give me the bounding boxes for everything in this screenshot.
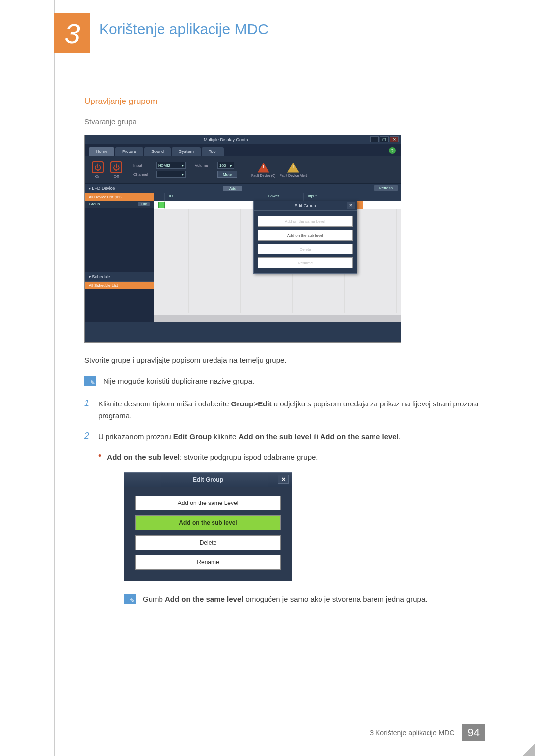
col-power: Power <box>264 193 304 201</box>
left-rule <box>54 0 55 756</box>
col-input: Input <box>304 193 348 201</box>
add-sub-level-button[interactable]: Add on the sub level <box>135 515 281 530</box>
step-text: U prikazanom prozoru Edit Group kliknite… <box>98 431 481 443</box>
note-icon <box>124 594 136 604</box>
edit-group-popup: Edit Group ✕ Add on the same Level Add o… <box>253 201 357 274</box>
note-text: Nije moguće koristiti duplicirane nazive… <box>103 375 254 387</box>
sidebar-all-schedule-list[interactable]: All Schedule List <box>85 282 154 289</box>
window-titlebar: Multiple Display Control — ▢ ✕ <box>85 135 401 144</box>
tab-home[interactable]: Home <box>89 147 114 156</box>
window-title: Multiple Display Control <box>204 137 251 142</box>
tab-sound[interactable]: Sound <box>144 147 171 156</box>
table-header: ID Power Input <box>154 193 401 201</box>
step-text: Kliknite desnom tipkom miša i odaberite … <box>98 398 481 422</box>
channel-select[interactable]: ▾ <box>156 171 186 178</box>
note-icon <box>84 376 96 386</box>
step-number: 1 <box>84 398 91 422</box>
subsection-heading: Stvaranje grupa <box>84 117 481 126</box>
delete-button[interactable]: Delete <box>135 535 281 550</box>
rename-button[interactable]: Rename <box>135 555 281 570</box>
tab-picture[interactable]: Picture <box>115 147 143 156</box>
sidebar-all-device-list[interactable]: All Device List (01) <box>85 193 154 201</box>
bullet-text: Add on the sub level: stvorite podgrupu … <box>107 452 318 463</box>
sidebar-group-label: Group <box>89 202 100 206</box>
tab-system[interactable]: System <box>172 147 201 156</box>
main-tabs: Home Picture Sound System Tool ? <box>85 144 401 156</box>
sidebar: LFD Device All Device List (01) Group Ed… <box>85 184 154 322</box>
power-off-button[interactable]: ⏻Off <box>108 161 124 179</box>
step-1: 1 Kliknite desnom tipkom miša i odaberit… <box>84 398 481 422</box>
input-select[interactable]: HDMI2▾ <box>156 162 186 169</box>
footer-text: 3 Korištenje aplikacije MDC <box>363 726 461 740</box>
delete-button[interactable]: Delete <box>258 244 353 254</box>
refresh-button[interactable]: Refresh <box>374 185 398 191</box>
note-text: Gumb Add on the same level omogućen je s… <box>143 593 427 605</box>
mute-button[interactable]: Mute <box>217 171 237 178</box>
sidebar-edit-button[interactable]: Edit <box>138 202 150 206</box>
checkbox-icon[interactable] <box>158 202 165 208</box>
edit-group-popup-large: Edit Group ✕ Add on the same Level Add o… <box>124 472 292 581</box>
footer: 3 Korištenje aplikacije MDC 94 <box>363 724 485 741</box>
add-same-level-button[interactable]: Add on the same Level <box>135 496 281 510</box>
page-corner-icon <box>522 743 535 756</box>
main-panel: Add Refresh ID Power Input HDMI2 2 <box>154 184 401 322</box>
bullet-icon: • <box>98 452 101 463</box>
maximize-button[interactable]: ▢ <box>380 136 389 142</box>
page-number: 94 <box>462 724 485 741</box>
sidebar-lfd-device[interactable]: LFD Device <box>85 184 154 193</box>
add-same-level-button[interactable]: Add on the same Level <box>258 216 353 227</box>
rename-button[interactable]: Rename <box>258 257 353 268</box>
fault-device[interactable]: !Fault Device (0) <box>251 163 275 177</box>
sidebar-schedule[interactable]: Schedule <box>85 272 154 282</box>
power-on-button[interactable]: ⏻On <box>90 161 106 179</box>
add-sub-level-button[interactable]: Add on the sub level <box>258 230 353 241</box>
popup-close-button[interactable]: ✕ <box>347 202 355 209</box>
section-heading: Upravljanje grupom <box>84 97 481 106</box>
note: Gumb Add on the same level omogućen je s… <box>124 593 481 605</box>
page: 3 Korištenje aplikacije MDC Upravljanje … <box>0 0 535 756</box>
edit-group-title: Edit Group ✕ <box>254 201 357 211</box>
sidebar-group-row: Group Edit <box>85 201 154 208</box>
toolbar: ⏻On ⏻Off InputHDMI2▾ Channel▾ Volume100▸… <box>85 156 401 184</box>
step-2: 2 U prikazanom prozoru Edit Group klikni… <box>84 431 481 443</box>
chapter-title: Korištenje aplikacije MDC <box>99 21 268 38</box>
channel-label: Channel <box>133 172 154 177</box>
close-button[interactable]: ✕ <box>390 136 399 142</box>
volume-value[interactable]: 100▸ <box>217 162 234 169</box>
content: Upravljanje grupom Stvaranje grupa Multi… <box>84 97 481 616</box>
chapter-badge: 3 <box>54 13 90 53</box>
col-id: ID <box>165 193 264 201</box>
warning-icon: ! <box>258 163 269 173</box>
horizontal-scrollbar[interactable] <box>154 315 401 322</box>
alert-icon: ! <box>287 163 299 173</box>
bullet-item: • Add on the sub level: stvorite podgrup… <box>98 452 481 463</box>
tab-tool[interactable]: Tool <box>202 147 224 156</box>
volume-label: Volume <box>195 163 215 168</box>
note: Nije moguće koristiti duplicirane nazive… <box>84 375 481 387</box>
help-icon[interactable]: ? <box>389 147 396 154</box>
step-number: 2 <box>84 431 91 443</box>
paragraph: Stvorite grupe i upravljajte popisom ure… <box>84 354 481 366</box>
popup-close-button[interactable]: ✕ <box>278 475 289 484</box>
screenshot-mdc-window: Multiple Display Control — ▢ ✕ Home Pict… <box>84 135 401 343</box>
popup-title: Edit Group ✕ <box>124 473 292 487</box>
input-label: Input <box>133 163 154 168</box>
minimize-button[interactable]: — <box>370 136 379 142</box>
fault-alert[interactable]: !Fault Device Alert <box>279 163 307 177</box>
add-button[interactable]: Add <box>223 186 242 191</box>
